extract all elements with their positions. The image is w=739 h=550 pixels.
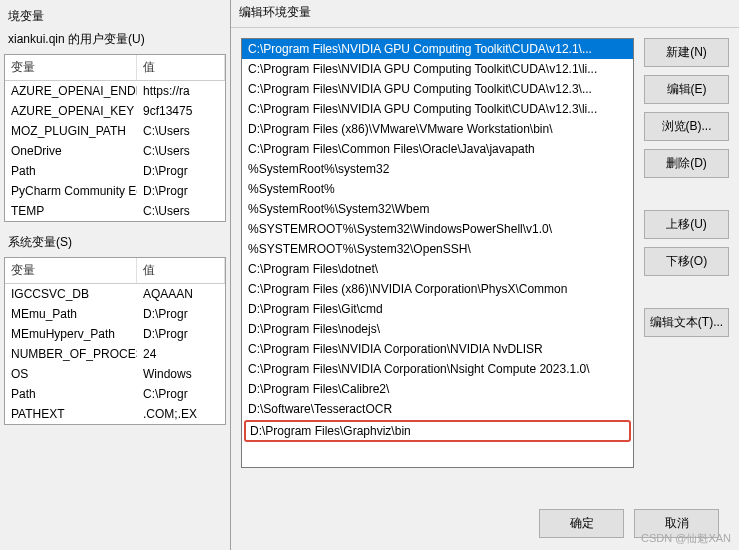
- path-entry[interactable]: %SystemRoot%\system32: [242, 159, 633, 179]
- user-vars-label: xiankui.qin 的用户变量(U): [8, 31, 226, 48]
- var-value: D:\Progr: [137, 304, 225, 324]
- table-row[interactable]: MEmu_PathD:\Progr: [5, 304, 225, 324]
- path-entry[interactable]: D:\Program Files (x86)\VMware\VMware Wor…: [242, 119, 633, 139]
- path-entry[interactable]: C:\Program Files\NVIDIA GPU Computing To…: [242, 59, 633, 79]
- var-name: AZURE_OPENAI_ENDPOINT: [5, 81, 137, 101]
- move-down-button[interactable]: 下移(O): [644, 247, 729, 276]
- var-name: Path: [5, 161, 137, 181]
- highlighted-path-entry[interactable]: D:\Program Files\Graphviz\bin: [244, 420, 631, 442]
- path-entry[interactable]: D:\Software\TesseractOCR: [242, 399, 633, 419]
- var-name: AZURE_OPENAI_KEY: [5, 101, 137, 121]
- header-variable: 变量: [5, 55, 137, 80]
- sys-vars-label: 系统变量(S): [8, 234, 226, 251]
- var-value: 9cf13475: [137, 101, 225, 121]
- var-value: Windows: [137, 364, 225, 384]
- table-row[interactable]: OSWindows: [5, 364, 225, 384]
- table-header: 变量 值: [5, 258, 225, 284]
- table-row[interactable]: TEMPC:\Users: [5, 201, 225, 221]
- var-name: TEMP: [5, 201, 137, 221]
- var-value: https://ra: [137, 81, 225, 101]
- delete-button[interactable]: 删除(D): [644, 149, 729, 178]
- table-row[interactable]: PathC:\Progr: [5, 384, 225, 404]
- table-row[interactable]: AZURE_OPENAI_KEY9cf13475: [5, 101, 225, 121]
- path-entry[interactable]: C:\Program Files\NVIDIA GPU Computing To…: [242, 79, 633, 99]
- path-entry[interactable]: D:\Program Files\nodejs\: [242, 319, 633, 339]
- var-value: AQAAAN: [137, 284, 225, 304]
- var-name: PATHEXT: [5, 404, 137, 424]
- edit-button[interactable]: 编辑(E): [644, 75, 729, 104]
- table-row[interactable]: PATHEXT.COM;.EX: [5, 404, 225, 424]
- table-row[interactable]: AZURE_OPENAI_ENDPOINThttps://ra: [5, 81, 225, 101]
- path-entry[interactable]: C:\Program Files\NVIDIA GPU Computing To…: [242, 39, 633, 59]
- var-name: MEmu_Path: [5, 304, 137, 324]
- path-entries-list[interactable]: C:\Program Files\NVIDIA GPU Computing To…: [241, 38, 634, 468]
- path-entry[interactable]: D:\Program Files\Git\cmd: [242, 299, 633, 319]
- var-value: D:\Progr: [137, 161, 225, 181]
- env-vars-background-panel: 境变量 xiankui.qin 的用户变量(U) 变量 值 AZURE_OPEN…: [0, 0, 230, 550]
- new-button[interactable]: 新建(N): [644, 38, 729, 67]
- var-name: IGCCSVC_DB: [5, 284, 137, 304]
- table-row[interactable]: IGCCSVC_DBAQAAAN: [5, 284, 225, 304]
- var-value: 24: [137, 344, 225, 364]
- var-name: OS: [5, 364, 137, 384]
- table-row[interactable]: OneDriveC:\Users: [5, 141, 225, 161]
- ok-button[interactable]: 确定: [539, 509, 624, 538]
- dialog-title-fragment: 境变量: [8, 8, 226, 25]
- var-name: NUMBER_OF_PROCESSORS: [5, 344, 137, 364]
- path-entry[interactable]: %SystemRoot%: [242, 179, 633, 199]
- button-column: 新建(N) 编辑(E) 浏览(B)... 删除(D) 上移(U) 下移(O) 编…: [644, 38, 729, 468]
- header-value: 值: [137, 55, 225, 80]
- var-value: D:\Progr: [137, 181, 225, 201]
- path-entry[interactable]: C:\Program Files\NVIDIA GPU Computing To…: [242, 99, 633, 119]
- var-value: .COM;.EX: [137, 404, 225, 424]
- var-name: MEmuHyperv_Path: [5, 324, 137, 344]
- path-entry[interactable]: C:\Program Files\dotnet\: [242, 259, 633, 279]
- var-value: C:\Users: [137, 141, 225, 161]
- var-name: OneDrive: [5, 141, 137, 161]
- header-value: 值: [137, 258, 225, 283]
- var-name: PyCharm Community Editi...: [5, 181, 137, 201]
- path-entry[interactable]: C:\Program Files\NVIDIA Corporation\Nsig…: [242, 359, 633, 379]
- path-entry[interactable]: %SystemRoot%\System32\Wbem: [242, 199, 633, 219]
- path-entry[interactable]: D:\Program Files\Calibre2\: [242, 379, 633, 399]
- path-entry[interactable]: C:\Program Files (x86)\NVIDIA Corporatio…: [242, 279, 633, 299]
- var-value: C:\Users: [137, 201, 225, 221]
- path-entry[interactable]: C:\Program Files\NVIDIA Corporation\NVID…: [242, 339, 633, 359]
- path-entry[interactable]: C:\Program Files\Common Files\Oracle\Jav…: [242, 139, 633, 159]
- sys-vars-table[interactable]: 变量 值 IGCCSVC_DBAQAAANMEmu_PathD:\ProgrME…: [4, 257, 226, 425]
- var-value: C:\Progr: [137, 384, 225, 404]
- watermark-text: CSDN @仙魁XAN: [641, 531, 731, 546]
- user-vars-table[interactable]: 变量 值 AZURE_OPENAI_ENDPOINThttps://raAZUR…: [4, 54, 226, 222]
- path-entry[interactable]: %SYSTEMROOT%\System32\WindowsPowerShell\…: [242, 219, 633, 239]
- browse-button[interactable]: 浏览(B)...: [644, 112, 729, 141]
- var-name: Path: [5, 384, 137, 404]
- edit-dialog-title: 编辑环境变量: [231, 4, 739, 28]
- table-row[interactable]: MEmuHyperv_PathD:\Progr: [5, 324, 225, 344]
- edit-text-button[interactable]: 编辑文本(T)...: [644, 308, 729, 337]
- header-variable: 变量: [5, 258, 137, 283]
- table-row[interactable]: MOZ_PLUGIN_PATHC:\Users: [5, 121, 225, 141]
- var-name: MOZ_PLUGIN_PATH: [5, 121, 137, 141]
- table-row[interactable]: PyCharm Community Editi...D:\Progr: [5, 181, 225, 201]
- edit-env-variable-dialog: 编辑环境变量 C:\Program Files\NVIDIA GPU Compu…: [230, 0, 739, 550]
- path-entry[interactable]: %SYSTEMROOT%\System32\OpenSSH\: [242, 239, 633, 259]
- table-row[interactable]: NUMBER_OF_PROCESSORS24: [5, 344, 225, 364]
- table-header: 变量 值: [5, 55, 225, 81]
- table-row[interactable]: PathD:\Progr: [5, 161, 225, 181]
- var-value: D:\Progr: [137, 324, 225, 344]
- var-value: C:\Users: [137, 121, 225, 141]
- move-up-button[interactable]: 上移(U): [644, 210, 729, 239]
